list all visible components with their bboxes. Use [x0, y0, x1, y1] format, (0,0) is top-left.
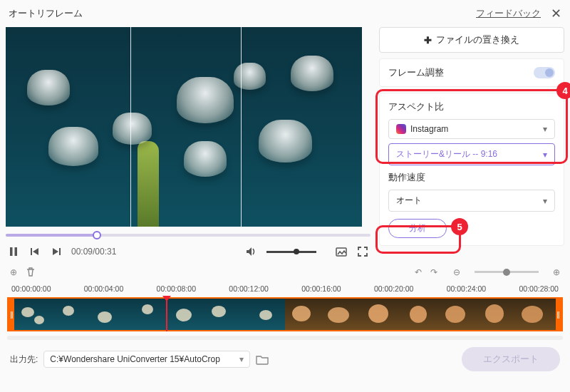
speed-value: オート: [396, 195, 422, 207]
svg-marker-6: [247, 247, 252, 256]
aspect-section: 4 アスペクト比 Instagram ▾ ストーリー&リール -- 9:16 ▾…: [379, 93, 564, 246]
chevron-down-icon: ▾: [543, 124, 547, 134]
ratio-value: ストーリー&リール -- 9:16: [396, 148, 497, 160]
output-path-value: C:¥Wondershare UniConverter 15¥AutoCrop: [50, 354, 220, 364]
svg-rect-1: [15, 247, 18, 256]
frame-adjust-label: フレーム調整: [388, 66, 444, 79]
svg-rect-5: [59, 248, 61, 255]
close-icon[interactable]: ✕: [551, 6, 561, 21]
chevron-down-icon: ▾: [239, 354, 244, 364]
zoom-out-icon[interactable]: ⊖: [453, 267, 460, 277]
output-path-select[interactable]: C:¥Wondershare UniConverter 15¥AutoCrop …: [43, 351, 250, 368]
fullscreen-icon[interactable]: [356, 247, 369, 257]
replace-file-label: ファイルの置き換え: [436, 33, 519, 46]
platform-value: Instagram: [410, 124, 448, 134]
preview-pane: 00:09/00:31: [6, 27, 370, 262]
ruler-tick: 00:00:04:00: [84, 284, 123, 293]
add-clip-icon[interactable]: ⊕: [10, 267, 17, 277]
playhead[interactable]: [166, 297, 167, 331]
clip-handle-right[interactable]: ‖: [556, 299, 561, 330]
prev-frame-icon[interactable]: [28, 247, 41, 257]
instagram-icon: [396, 124, 406, 134]
undo-icon[interactable]: ↶: [415, 267, 422, 277]
timeline-toolbar: ⊕ ↶ ↷ ⊖ ⊕: [0, 262, 570, 282]
pause-icon[interactable]: [7, 247, 20, 257]
export-button[interactable]: エクスポート: [462, 347, 560, 371]
svg-marker-3: [33, 248, 38, 255]
folder-icon[interactable]: [256, 354, 269, 365]
window-title: オートリフレーム: [9, 7, 83, 20]
chevron-down-icon: ▾: [543, 150, 547, 160]
timeline-ruler[interactable]: 00:00:00:00 00:00:04:00 00:00:08:00 00:0…: [0, 282, 570, 296]
seek-slider[interactable]: [6, 229, 370, 241]
video-preview[interactable]: [6, 27, 362, 227]
footer: 出力先: C:¥Wondershare UniConverter 15¥Auto…: [0, 340, 570, 378]
time-display: 00:09/00:31: [71, 247, 116, 257]
ruler-tick: 00:00:00:00: [11, 284, 51, 293]
speed-select[interactable]: オート ▾: [388, 190, 555, 212]
callout-badge-5: 5: [451, 218, 468, 235]
snapshot-icon[interactable]: [335, 247, 348, 257]
ruler-tick: 00:00:16:00: [301, 284, 341, 293]
play-controls: 00:09/00:31: [6, 241, 370, 262]
svg-rect-0: [10, 247, 13, 256]
zoom-in-icon[interactable]: ⊕: [553, 267, 560, 277]
delete-clip-icon[interactable]: [26, 267, 36, 277]
ratio-select[interactable]: ストーリー&リール -- 9:16 ▾: [388, 143, 555, 165]
replace-file-button[interactable]: ✚ ファイルの置き換え: [379, 27, 564, 53]
plus-icon: ✚: [424, 35, 432, 46]
settings-panel: ✚ ファイルの置き換え フレーム調整 4 アスペクト比 Instagram ▾ …: [379, 27, 564, 262]
next-frame-icon[interactable]: [50, 247, 63, 257]
volume-slider[interactable]: [266, 251, 316, 253]
analyze-button[interactable]: 分析: [388, 219, 447, 238]
clip-handle-left[interactable]: ‖: [9, 299, 14, 330]
volume-icon[interactable]: [245, 247, 258, 257]
frame-adjust-toggle[interactable]: [534, 67, 555, 78]
svg-rect-2: [31, 248, 32, 255]
output-label: 出力先:: [10, 354, 38, 366]
frame-adjust-row: フレーム調整: [379, 58, 564, 87]
speed-title: 動作速度: [388, 171, 555, 184]
ruler-tick: 00:00:12:00: [229, 284, 268, 293]
platform-select[interactable]: Instagram ▾: [388, 119, 555, 139]
ruler-tick: 00:00:08:00: [157, 284, 196, 293]
ruler-tick: 00:00:20:00: [374, 284, 413, 293]
aspect-title: アスペクト比: [388, 100, 555, 113]
svg-marker-4: [53, 248, 58, 255]
clip-strip[interactable]: ‖ ‖: [7, 297, 563, 331]
ruler-tick: 00:00:28:00: [519, 284, 558, 293]
callout-badge-4: 4: [556, 82, 570, 99]
feedback-link[interactable]: フィードバック: [476, 7, 541, 20]
header: オートリフレーム フィードバック ✕: [0, 0, 570, 27]
chevron-down-icon: ▾: [543, 196, 547, 206]
redo-icon[interactable]: ↷: [430, 267, 437, 277]
timeline[interactable]: ‖ ‖: [7, 297, 563, 331]
ruler-tick: 00:00:24:00: [447, 284, 486, 293]
zoom-slider[interactable]: [475, 271, 539, 273]
